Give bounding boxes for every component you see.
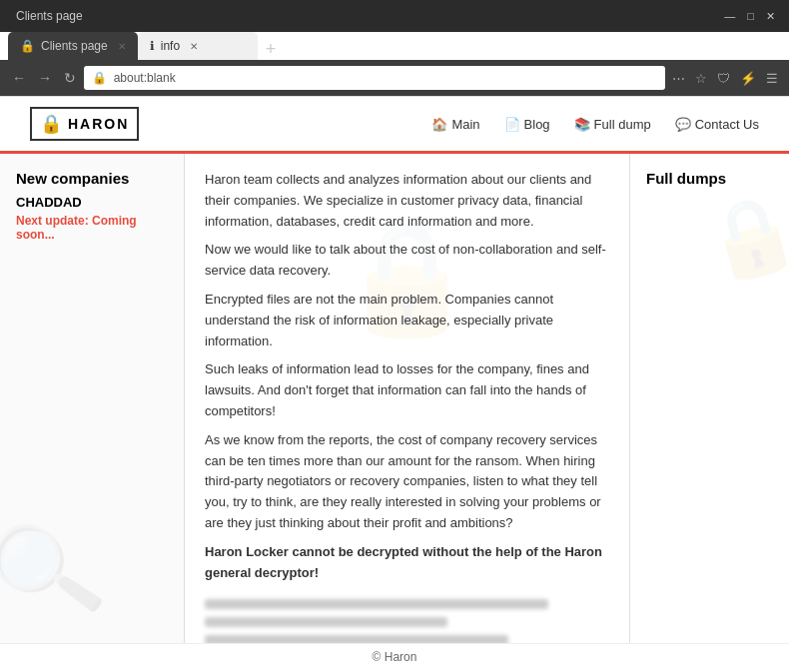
blurred-section <box>205 599 609 643</box>
tab2-close-btn[interactable]: ✕ <box>190 41 198 52</box>
menu-icon[interactable]: ☰ <box>763 69 781 88</box>
bookmark-icon[interactable]: ☆ <box>692 69 710 88</box>
sidebar-update: Next update: Coming soon... <box>16 214 168 242</box>
shield-icon[interactable]: 🛡 <box>714 69 733 88</box>
nav-bar: ← → ↻ 🔒 about:blank ⋯ ☆ 🛡 ⚡ ☰ <box>0 60 789 96</box>
logo-icon: 🔒 <box>40 113 62 135</box>
title-bar: Clients page — □ ✕ <box>0 0 789 32</box>
tab-info[interactable]: ℹ info ✕ <box>138 32 258 60</box>
forward-btn[interactable]: → <box>34 68 56 88</box>
tab1-title: Clients page <box>41 39 108 53</box>
maximize-text-btn[interactable]: □ <box>741 10 760 23</box>
blurred-line-3 <box>205 635 508 643</box>
tab2-favicon: ℹ <box>150 39 155 53</box>
chat-icon: 💬 <box>675 117 691 132</box>
nav-blog-label: Blog <box>524 117 550 132</box>
blurred-line-2 <box>205 617 447 627</box>
tab2-title: info <box>161 39 180 53</box>
nav-full-dump-link[interactable]: 📚 Full dump <box>574 117 651 132</box>
right-col-title: Full dumps <box>646 170 773 187</box>
page-content: 🔒 HARON 🏠 Main 📄 Blog 📚 Full dump <box>0 96 789 672</box>
address-text: 🔒 about:blank <box>92 71 176 85</box>
blurred-line-1 <box>205 599 548 609</box>
footer-text: © Haron <box>373 650 417 664</box>
back-btn[interactable]: ← <box>8 68 30 88</box>
tab1-favicon: 🔒 <box>20 39 35 53</box>
blog-icon: 📄 <box>504 117 520 132</box>
paragraph-1: Haron team collects and analyzes informa… <box>205 170 609 232</box>
sidebar-company: CHADDAD <box>16 195 168 210</box>
sidebar-watermark: 🔍 <box>0 509 110 632</box>
right-column: Full dumps 🔒 <box>629 154 789 643</box>
window-controls: — □ ✕ <box>718 10 781 23</box>
close-text-btn[interactable]: ✕ <box>760 10 781 23</box>
sidebar-title: New companies <box>16 170 168 187</box>
refresh-btn[interactable]: ↻ <box>60 68 80 88</box>
nav-blog-link[interactable]: 📄 Blog <box>504 117 550 132</box>
next-update-label: Next update: <box>16 214 89 228</box>
paragraph-4: Such leaks of information lead to losses… <box>205 359 609 421</box>
home-icon: 🏠 <box>431 117 447 132</box>
address-bar[interactable]: 🔒 about:blank <box>84 66 665 90</box>
minimize-text-btn[interactable]: — <box>718 10 741 23</box>
paragraph-2: Now we would like to talk about the cost… <box>205 240 609 282</box>
title-bar-text: Clients page <box>8 9 718 23</box>
browser-window: Clients page — □ ✕ 🔒 Clients page ✕ ℹ in… <box>0 0 789 672</box>
nav-main-label: Main <box>451 117 479 132</box>
fulldump-icon: 📚 <box>574 117 590 132</box>
sidebar: New companies CHADDAD Next update: Comin… <box>0 154 185 643</box>
logo-box: 🔒 HARON <box>30 107 139 141</box>
main-content-area: 🔒 Haron team collects and analyzes infor… <box>185 154 629 643</box>
content-area: New companies CHADDAD Next update: Comin… <box>0 153 789 643</box>
paragraph-3: Encrypted files are not the main problem… <box>205 290 609 351</box>
tabs-bar: 🔒 Clients page ✕ ℹ info ✕ + <box>0 32 789 60</box>
new-tab-btn[interactable]: + <box>258 39 285 60</box>
extensions-icon[interactable]: ⋯ <box>669 69 688 88</box>
logo-text: HARON <box>68 116 129 132</box>
right-watermark: 🔒 <box>695 183 789 292</box>
site-nav: 🏠 Main 📄 Blog 📚 Full dump 💬 Contact Us <box>431 117 759 132</box>
nav-contact-us-link[interactable]: 💬 Contact Us <box>675 117 759 132</box>
paragraph-5: As we know from the reports, the cost of… <box>205 430 609 534</box>
paragraph-6-bold: Haron Locker cannot be decrypted without… <box>205 542 609 584</box>
tab-clients-page[interactable]: 🔒 Clients page ✕ <box>8 32 138 60</box>
logo-area: 🔒 HARON <box>30 107 139 141</box>
nav-toolbar: ⋯ ☆ 🛡 ⚡ ☰ <box>669 69 781 88</box>
site-header: 🔒 HARON 🏠 Main 📄 Blog 📚 Full dump <box>0 97 789 153</box>
site-footer: © Haron <box>0 643 789 670</box>
nav-contact-us-label: Contact Us <box>695 117 759 132</box>
tab1-close-btn[interactable]: ✕ <box>118 41 126 52</box>
settings-icon[interactable]: ⚡ <box>737 69 759 88</box>
nav-main-link[interactable]: 🏠 Main <box>431 117 479 132</box>
content-text: Haron team collects and analyzes informa… <box>205 170 609 643</box>
nav-full-dump-label: Full dump <box>594 117 651 132</box>
content-wrapper: New companies CHADDAD Next update: Comin… <box>0 153 789 643</box>
